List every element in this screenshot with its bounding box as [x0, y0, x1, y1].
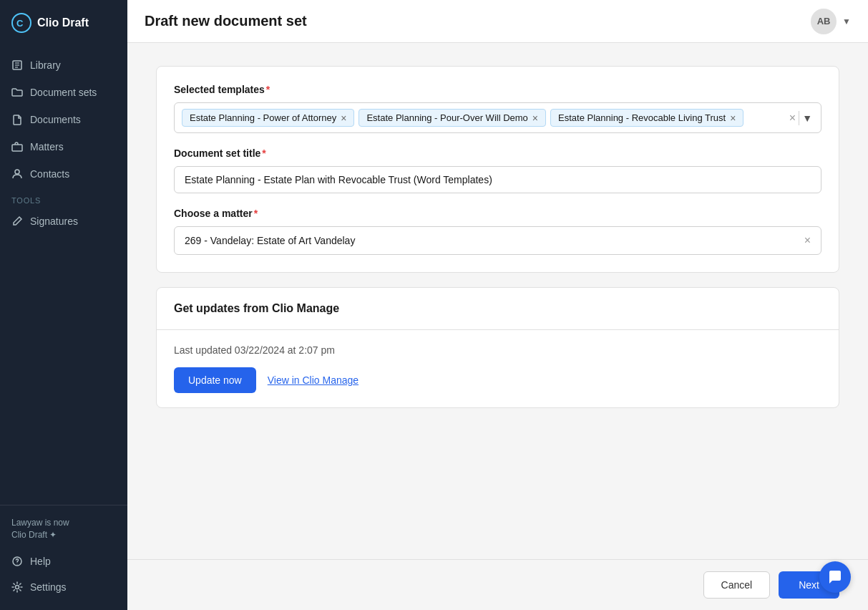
- page-header: Draft new document set AB ▼: [127, 0, 868, 43]
- matter-clear-button[interactable]: ×: [804, 234, 811, 247]
- svg-text:C: C: [16, 18, 24, 29]
- sidebar-nav: Library Document sets Documents Matters …: [0, 46, 127, 505]
- settings-icon: [11, 581, 23, 593]
- required-indicator: *: [266, 84, 270, 95]
- form-card: Selected templates* Estate Planning - Po…: [156, 66, 839, 273]
- sidebar-item-label: Signatures: [30, 216, 78, 227]
- matter-field: Choose a matter* 269 - Vandelay: Estate …: [174, 208, 821, 255]
- sidebar-bottom: Lawyaw is now Clio Draft ✦ Help Settings: [0, 505, 127, 610]
- page-title: Draft new document set: [145, 13, 307, 29]
- pen-icon: [11, 216, 23, 227]
- sidebar-item-signatures[interactable]: Signatures: [0, 208, 127, 235]
- chat-button[interactable]: [819, 561, 851, 593]
- required-indicator: *: [262, 147, 265, 159]
- templates-field: Selected templates* Estate Planning - Po…: [174, 84, 821, 133]
- book-icon: [11, 59, 23, 71]
- sidebar-help-label: Help: [30, 556, 51, 567]
- template-tag-2: Estate Planning - Revocable Living Trust…: [550, 109, 743, 127]
- tags-dropdown-button[interactable]: ▼: [799, 111, 815, 125]
- sidebar: C Clio Draft Library Document sets Docum…: [0, 0, 127, 610]
- header-right: AB ▼: [811, 9, 851, 34]
- chat-icon: [827, 569, 843, 585]
- sidebar-item-label: Matters: [30, 141, 64, 152]
- tags-clear-button[interactable]: ×: [789, 112, 796, 125]
- sidebar-item-label: Library: [30, 59, 61, 71]
- help-icon: [11, 556, 23, 567]
- templates-input[interactable]: Estate Planning - Power of Attorney × Es…: [174, 102, 821, 133]
- sidebar-item-label: Contacts: [30, 168, 69, 180]
- main-area: Draft new document set AB ▼ Selected tem…: [127, 0, 868, 610]
- tools-section-label: TOOLS: [0, 188, 127, 208]
- svg-point-7: [15, 170, 19, 174]
- sidebar-item-contacts[interactable]: Contacts: [0, 160, 127, 188]
- view-in-clio-button[interactable]: View in Clio Manage: [268, 374, 359, 386]
- doc-title-input[interactable]: [174, 166, 821, 193]
- template-tag-0: Estate Planning - Power of Attorney ×: [182, 109, 354, 127]
- doc-title-field: Document set title*: [174, 147, 821, 193]
- templates-label: Selected templates*: [174, 84, 821, 95]
- briefcase-icon: [11, 141, 23, 152]
- updates-header: Get updates from Clio Manage: [157, 288, 839, 330]
- sidebar-item-library[interactable]: Library: [0, 52, 127, 79]
- tags-actions: × ▼: [789, 111, 815, 125]
- matter-label: Choose a matter*: [174, 208, 821, 219]
- svg-point-9: [17, 564, 18, 565]
- required-indicator: *: [254, 208, 258, 219]
- matter-value: 269 - Vandelay: Estate of Art Vandelay: [185, 235, 355, 246]
- sidebar-item-settings[interactable]: Settings: [11, 576, 116, 599]
- tag-label: Estate Planning - Pour-Over Will Demo: [366, 112, 527, 123]
- cancel-button[interactable]: Cancel: [703, 571, 771, 599]
- app-logo[interactable]: C Clio Draft: [0, 0, 127, 46]
- folder-icon: [11, 87, 23, 98]
- avatar[interactable]: AB: [811, 9, 837, 34]
- updates-body: Last updated 03/22/2024 at 2:07 pm Updat…: [157, 330, 839, 407]
- tag-remove-1[interactable]: ×: [532, 113, 538, 123]
- sidebar-item-label: Documents: [30, 114, 81, 125]
- file-icon: [11, 114, 23, 125]
- sidebar-settings-label: Settings: [30, 581, 67, 593]
- person-icon: [11, 168, 23, 180]
- sidebar-item-documents[interactable]: Documents: [0, 106, 127, 133]
- sidebar-item-matters[interactable]: Matters: [0, 133, 127, 160]
- tag-remove-0[interactable]: ×: [341, 113, 346, 123]
- content-area: Selected templates* Estate Planning - Po…: [127, 43, 868, 559]
- logo-icon: C: [11, 13, 31, 33]
- rebrand-notice: Lawyaw is now Clio Draft ✦: [11, 517, 116, 541]
- updates-card: Get updates from Clio Manage Last update…: [156, 287, 839, 408]
- template-tag-1: Estate Planning - Pour-Over Will Demo ×: [359, 109, 546, 127]
- updates-actions: Update now View in Clio Manage: [174, 367, 821, 393]
- matter-input[interactable]: 269 - Vandelay: Estate of Art Vandelay ×: [174, 226, 821, 255]
- chevron-down-icon[interactable]: ▼: [842, 16, 851, 26]
- tag-label: Estate Planning - Revocable Living Trust: [558, 112, 726, 123]
- sidebar-item-help[interactable]: Help: [11, 550, 116, 573]
- page-footer: Cancel Next: [127, 559, 868, 610]
- tag-label: Estate Planning - Power of Attorney: [190, 112, 336, 123]
- svg-point-10: [16, 586, 19, 589]
- last-updated-text: Last updated 03/22/2024 at 2:07 pm: [174, 344, 821, 356]
- svg-rect-6: [12, 145, 22, 151]
- sidebar-item-label: Document sets: [30, 87, 97, 98]
- update-now-button[interactable]: Update now: [174, 367, 256, 393]
- tag-remove-2[interactable]: ×: [730, 113, 736, 123]
- sidebar-item-document-sets[interactable]: Document sets: [0, 79, 127, 106]
- app-name: Clio Draft: [37, 16, 89, 29]
- doc-title-label: Document set title*: [174, 147, 821, 159]
- updates-title: Get updates from Clio Manage: [174, 302, 821, 315]
